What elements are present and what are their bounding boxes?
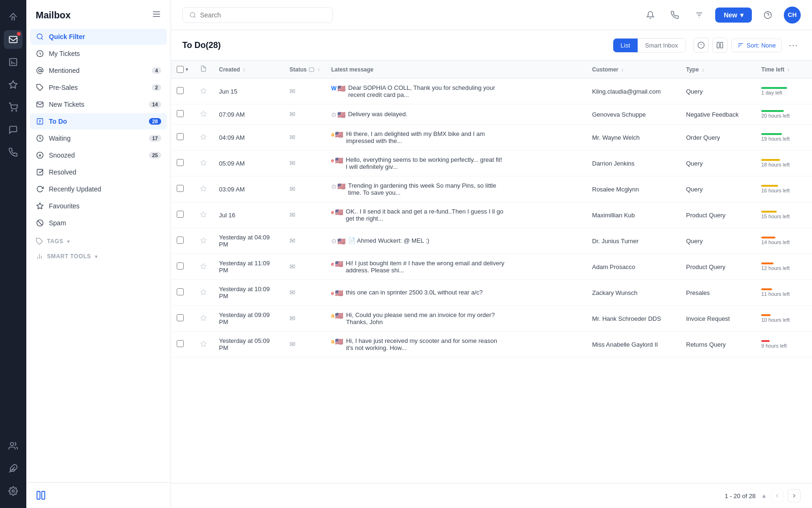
row-message[interactable]: e 🇺🇸 OK.. I ll send it back and get a re… — [326, 202, 586, 228]
sort-button[interactable]: Sort: None — [731, 39, 782, 52]
row-star-cell[interactable] — [195, 332, 213, 357]
sidebar-item-favourites[interactable]: Favourites — [30, 198, 167, 214]
created-header[interactable]: Created ↕ — [213, 61, 284, 79]
row-star-cell[interactable] — [195, 228, 213, 254]
sidebar-item-mentioned[interactable]: Mentioned 4 — [30, 63, 167, 79]
row-star-cell[interactable] — [195, 280, 213, 306]
sidebar-item-new-tickets[interactable]: New Tickets 14 — [30, 96, 167, 112]
row-star-cell[interactable] — [195, 79, 213, 104]
row-message[interactable]: e 🇺🇸 this one can in sprinter 2500 3.0L … — [326, 280, 586, 306]
smart-tools-section[interactable]: SMART TOOLS ▾ — [30, 247, 167, 262]
sidebar-item-to-do[interactable]: To Do 28 — [30, 113, 167, 129]
row-message[interactable]: W 🇺🇸 Dear SOPHIA O COLL, Thank you for s… — [326, 79, 586, 104]
sidebar-item-waiting[interactable]: Waiting 17 — [30, 130, 167, 146]
status-header[interactable]: Status ↕ — [284, 61, 326, 79]
next-page-button[interactable] — [788, 489, 801, 502]
table-row[interactable]: Yesterday at 10:09 PM ✉ e 🇺🇸 this one ca… — [171, 280, 812, 306]
row-message[interactable]: a 🇺🇸 Hi, Could you please send me an inv… — [326, 306, 586, 332]
customer-header[interactable]: Customer ↕ — [586, 61, 680, 79]
my-tickets-label: My Tickets — [49, 50, 161, 57]
table-row[interactable]: 05:09 AM ✉ e 🇺🇸 Hello, everything seems … — [171, 151, 812, 176]
table-row[interactable]: 03:09 AM ✉ ⊙ 🇺🇸 Trending in gardening th… — [171, 176, 812, 202]
row-checkbox-4[interactable] — [177, 185, 184, 192]
row-checkbox-1[interactable] — [177, 110, 184, 117]
notification-icon[interactable] — [642, 7, 659, 24]
row-message[interactable]: a 🇺🇸 Hi, I have just received my scooter… — [326, 332, 586, 357]
table-row[interactable]: Yesterday at 09:09 PM ✉ a 🇺🇸 Hi, Could y… — [171, 306, 812, 332]
phone-topbar-icon[interactable] — [666, 7, 683, 24]
row-checkbox-3[interactable] — [177, 159, 184, 166]
table-row[interactable]: Jul 16 ✉ e 🇺🇸 OK.. I ll send it back and… — [171, 202, 812, 228]
new-button[interactable]: New ▾ — [715, 8, 752, 23]
help-icon[interactable] — [759, 7, 776, 24]
table-row[interactable]: 07:09 AM ✉ ⊙ 🇺🇸 Delivery was delayed. Ge… — [171, 104, 812, 125]
columns-button[interactable] — [712, 38, 727, 53]
menu-icon[interactable] — [152, 9, 161, 21]
table-row[interactable]: Yesterday at 04:09 PM ✉ ⊙ 🇺🇸 📄 Ahmed Wuc… — [171, 228, 812, 254]
row-message[interactable]: ⊙ 🇺🇸 Trending in gardening this week So … — [326, 176, 586, 202]
row-checkbox-5[interactable] — [177, 211, 184, 218]
sidebar-header: Mailbox — [26, 0, 171, 29]
avatar[interactable]: CH — [784, 7, 801, 24]
row-type: Order Query — [680, 125, 756, 151]
sidebar-item-recently-updated[interactable]: Recently Updated — [30, 181, 167, 197]
row-star-cell[interactable] — [195, 151, 213, 176]
mailbox-icon[interactable] — [4, 30, 23, 49]
row-checkbox-7[interactable] — [177, 262, 184, 270]
search-box[interactable] — [182, 7, 333, 23]
row-checkbox-2[interactable] — [177, 133, 184, 140]
row-star-cell[interactable] — [195, 306, 213, 332]
more-options-button[interactable]: ⋯ — [786, 38, 801, 53]
message-header[interactable]: Latest message — [326, 61, 586, 79]
sidebar-item-resolved[interactable]: Resolved — [30, 164, 167, 180]
sidebar-item-spam[interactable]: Spam — [30, 215, 167, 231]
sidebar-item-my-tickets[interactable]: My Tickets — [30, 46, 167, 62]
star-icon[interactable] — [4, 75, 23, 94]
home-icon[interactable] — [4, 8, 23, 26]
search-input[interactable] — [200, 11, 326, 19]
sidebar-item-snoozed[interactable]: Snoozed 25 — [30, 147, 167, 163]
row-star-cell[interactable] — [195, 104, 213, 125]
sidebar-item-pre-sales[interactable]: Pre-Sales 2 — [30, 79, 167, 95]
chart-icon[interactable] — [4, 53, 23, 71]
type-header[interactable]: Type ↕ — [680, 61, 756, 79]
row-star-cell[interactable] — [195, 176, 213, 202]
select-all-header[interactable]: ▾ — [171, 61, 195, 79]
row-type: Invoice Request — [680, 306, 756, 332]
table-row[interactable]: 04:09 AM ✉ a 🇺🇸 Hi there, I am delighted… — [171, 125, 812, 151]
row-checkbox-6[interactable] — [177, 237, 184, 244]
table-row[interactable]: Jun 15 ✉ W 🇺🇸 Dear SOPHIA O COLL, Thank … — [171, 79, 812, 104]
sidebar-view-toggle[interactable] — [36, 490, 161, 500]
tab-list[interactable]: List — [613, 39, 638, 52]
row-checkbox-8[interactable] — [177, 288, 184, 295]
row-message[interactable]: a 🇺🇸 Hi there, I am delighted with my BM… — [326, 125, 586, 151]
settings-icon[interactable] — [4, 482, 23, 500]
table-row[interactable]: Yesterday at 11:09 PM ✉ e 🇺🇸 Hi! I just … — [171, 254, 812, 280]
filter-icon[interactable] — [691, 7, 708, 24]
chat-icon[interactable] — [4, 120, 23, 139]
cart-icon[interactable] — [4, 98, 23, 117]
row-star-cell[interactable] — [195, 125, 213, 151]
status-sort-icon: ↕ — [318, 67, 320, 72]
row-checkbox-9[interactable] — [177, 314, 184, 321]
row-message[interactable]: ⊙ 🇺🇸 Delivery was delayed. — [326, 104, 586, 125]
row-checkbox-10[interactable] — [177, 340, 184, 347]
tags-section[interactable]: TAGS ▾ — [30, 232, 167, 247]
phone-icon[interactable] — [4, 143, 23, 162]
row-checkbox-0[interactable] — [177, 87, 184, 94]
info-button[interactable] — [694, 38, 709, 53]
row-star-cell[interactable] — [195, 202, 213, 228]
time-left-header[interactable]: Time left ↕ — [756, 61, 812, 79]
row-message[interactable]: e 🇺🇸 Hi! I just bought item # I have the… — [326, 254, 586, 280]
table-row[interactable]: Yesterday at 05:09 PM ✉ a 🇺🇸 Hi, I have … — [171, 332, 812, 357]
row-star-cell[interactable] — [195, 254, 213, 280]
users-icon[interactable] — [4, 437, 23, 455]
row-message[interactable]: e 🇺🇸 Hello, everything seems to be worki… — [326, 151, 586, 176]
select-all-checkbox[interactable] — [177, 66, 184, 73]
row-status: ✉ — [284, 79, 326, 104]
puzzle-icon[interactable] — [4, 459, 23, 478]
sidebar-item-quick-filter[interactable]: Quick Filter — [30, 29, 167, 45]
tab-smart-inbox[interactable]: Smart Inbox — [638, 39, 686, 52]
prev-page-button[interactable] — [771, 489, 784, 502]
row-message[interactable]: ⊙ 🇺🇸 📄 Ahmed Wuckert: @ MEL :) — [326, 228, 586, 254]
